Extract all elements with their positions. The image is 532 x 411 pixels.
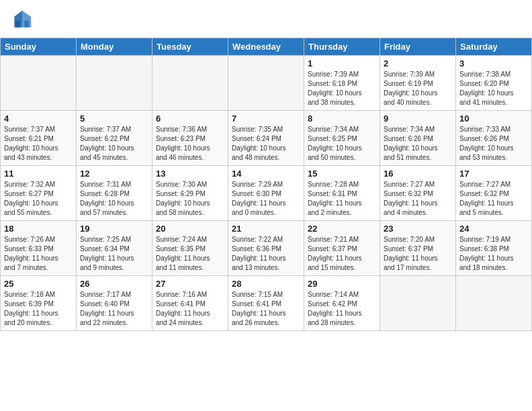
weekday-friday: Friday (380, 38, 456, 56)
day-number: 17 (459, 169, 528, 179)
day-cell: 22Sunrise: 7:21 AM Sunset: 6:37 PM Dayli… (304, 221, 380, 276)
day-info: Sunrise: 7:24 AM Sunset: 6:35 PM Dayligh… (156, 235, 224, 273)
week-row-3: 11Sunrise: 7:32 AM Sunset: 6:27 PM Dayli… (1, 166, 532, 221)
day-cell: 29Sunrise: 7:14 AM Sunset: 6:42 PM Dayli… (304, 276, 380, 331)
day-number: 7 (232, 113, 300, 124)
day-info: Sunrise: 7:35 AM Sunset: 6:24 PM Dayligh… (232, 125, 300, 163)
day-cell (228, 56, 304, 111)
day-info: Sunrise: 7:28 AM Sunset: 6:31 PM Dayligh… (308, 180, 376, 218)
weekday-wednesday: Wednesday (228, 38, 304, 56)
day-info: Sunrise: 7:33 AM Sunset: 6:26 PM Dayligh… (459, 125, 528, 163)
day-number: 18 (4, 224, 73, 234)
day-cell: 6Sunrise: 7:36 AM Sunset: 6:23 PM Daylig… (152, 111, 228, 166)
day-info: Sunrise: 7:15 AM Sunset: 6:41 PM Dayligh… (232, 290, 300, 328)
day-cell: 5Sunrise: 7:37 AM Sunset: 6:22 PM Daylig… (77, 111, 152, 166)
day-cell: 24Sunrise: 7:19 AM Sunset: 6:38 PM Dayli… (456, 221, 532, 276)
calendar: SundayMondayTuesdayWednesdayThursdayFrid… (0, 38, 532, 331)
day-number: 28 (232, 279, 300, 289)
day-info: Sunrise: 7:39 AM Sunset: 6:19 PM Dayligh… (384, 70, 452, 107)
day-number: 19 (80, 224, 148, 234)
day-info: Sunrise: 7:27 AM Sunset: 6:32 PM Dayligh… (384, 180, 452, 218)
day-cell: 10Sunrise: 7:33 AM Sunset: 6:26 PM Dayli… (456, 111, 532, 166)
day-number: 29 (308, 279, 376, 289)
day-info: Sunrise: 7:25 AM Sunset: 6:34 PM Dayligh… (80, 235, 148, 273)
day-cell: 11Sunrise: 7:32 AM Sunset: 6:27 PM Dayli… (1, 166, 77, 221)
day-info: Sunrise: 7:14 AM Sunset: 6:42 PM Dayligh… (308, 290, 376, 328)
day-cell: 19Sunrise: 7:25 AM Sunset: 6:34 PM Dayli… (77, 221, 152, 276)
day-number: 27 (156, 279, 224, 289)
day-cell: 17Sunrise: 7:27 AM Sunset: 6:32 PM Dayli… (456, 166, 532, 221)
svg-rect-4 (15, 21, 20, 28)
day-cell: 28Sunrise: 7:15 AM Sunset: 6:41 PM Dayli… (228, 276, 304, 331)
header (0, 0, 532, 35)
weekday-sunday: Sunday (1, 38, 77, 56)
day-cell: 1Sunrise: 7:39 AM Sunset: 6:18 PM Daylig… (304, 56, 380, 111)
day-number: 13 (156, 169, 224, 179)
day-cell (152, 56, 228, 111)
weekday-monday: Monday (77, 38, 152, 56)
day-number: 6 (156, 113, 224, 124)
day-cell: 16Sunrise: 7:27 AM Sunset: 6:32 PM Dayli… (380, 166, 456, 221)
day-number: 9 (384, 113, 452, 124)
day-number: 11 (4, 169, 73, 179)
day-cell: 23Sunrise: 7:20 AM Sunset: 6:37 PM Dayli… (380, 221, 456, 276)
day-cell: 27Sunrise: 7:16 AM Sunset: 6:41 PM Dayli… (152, 276, 228, 331)
day-cell: 12Sunrise: 7:31 AM Sunset: 6:28 PM Dayli… (77, 166, 152, 221)
day-cell: 21Sunrise: 7:22 AM Sunset: 6:36 PM Dayli… (228, 221, 304, 276)
logo (12, 9, 35, 30)
day-cell (456, 276, 532, 331)
day-number: 8 (308, 113, 376, 124)
day-number: 4 (4, 113, 73, 124)
day-number: 23 (384, 224, 452, 234)
day-info: Sunrise: 7:36 AM Sunset: 6:23 PM Dayligh… (156, 125, 224, 163)
day-info: Sunrise: 7:30 AM Sunset: 6:29 PM Dayligh… (156, 180, 224, 218)
day-info: Sunrise: 7:32 AM Sunset: 6:27 PM Dayligh… (4, 180, 73, 218)
day-info: Sunrise: 7:18 AM Sunset: 6:39 PM Dayligh… (4, 290, 73, 328)
day-info: Sunrise: 7:34 AM Sunset: 6:26 PM Dayligh… (384, 125, 452, 163)
day-info: Sunrise: 7:39 AM Sunset: 6:18 PM Dayligh… (308, 70, 376, 107)
day-number: 12 (80, 169, 148, 179)
logo-icon (12, 9, 32, 30)
day-info: Sunrise: 7:31 AM Sunset: 6:28 PM Dayligh… (80, 180, 148, 218)
day-number: 15 (308, 169, 376, 179)
day-number: 10 (459, 113, 528, 124)
day-number: 21 (232, 224, 300, 234)
day-number: 1 (308, 58, 376, 68)
day-cell (77, 56, 152, 111)
day-cell: 7Sunrise: 7:35 AM Sunset: 6:24 PM Daylig… (228, 111, 304, 166)
day-cell: 15Sunrise: 7:28 AM Sunset: 6:31 PM Dayli… (304, 166, 380, 221)
day-cell: 26Sunrise: 7:17 AM Sunset: 6:40 PM Dayli… (77, 276, 152, 331)
day-number: 3 (459, 58, 528, 68)
day-cell (380, 276, 456, 331)
weekday-thursday: Thursday (304, 38, 380, 56)
day-info: Sunrise: 7:21 AM Sunset: 6:37 PM Dayligh… (308, 235, 376, 273)
day-cell: 25Sunrise: 7:18 AM Sunset: 6:39 PM Dayli… (1, 276, 77, 331)
day-info: Sunrise: 7:22 AM Sunset: 6:36 PM Dayligh… (232, 235, 300, 273)
day-info: Sunrise: 7:37 AM Sunset: 6:22 PM Dayligh… (80, 125, 148, 163)
day-cell: 4Sunrise: 7:37 AM Sunset: 6:21 PM Daylig… (1, 111, 77, 166)
day-info: Sunrise: 7:17 AM Sunset: 6:40 PM Dayligh… (80, 290, 148, 328)
weekday-saturday: Saturday (456, 38, 532, 56)
day-info: Sunrise: 7:38 AM Sunset: 6:20 PM Dayligh… (459, 70, 528, 107)
day-cell: 18Sunrise: 7:26 AM Sunset: 6:33 PM Dayli… (1, 221, 77, 276)
weekday-tuesday: Tuesday (152, 38, 228, 56)
day-number: 2 (384, 58, 452, 68)
day-cell (1, 56, 77, 111)
day-cell: 14Sunrise: 7:29 AM Sunset: 6:30 PM Dayli… (228, 166, 304, 221)
day-info: Sunrise: 7:20 AM Sunset: 6:37 PM Dayligh… (384, 235, 452, 273)
day-info: Sunrise: 7:27 AM Sunset: 6:32 PM Dayligh… (459, 180, 528, 218)
day-number: 20 (156, 224, 224, 234)
day-number: 26 (80, 279, 148, 289)
day-number: 16 (384, 169, 452, 179)
week-row-4: 18Sunrise: 7:26 AM Sunset: 6:33 PM Dayli… (1, 221, 532, 276)
day-number: 5 (80, 113, 148, 124)
day-info: Sunrise: 7:37 AM Sunset: 6:21 PM Dayligh… (4, 125, 73, 163)
day-number: 14 (232, 169, 300, 179)
day-info: Sunrise: 7:16 AM Sunset: 6:41 PM Dayligh… (156, 290, 224, 328)
day-cell: 9Sunrise: 7:34 AM Sunset: 6:26 PM Daylig… (380, 111, 456, 166)
day-cell: 2Sunrise: 7:39 AM Sunset: 6:19 PM Daylig… (380, 56, 456, 111)
week-row-1: 1Sunrise: 7:39 AM Sunset: 6:18 PM Daylig… (1, 56, 532, 111)
day-info: Sunrise: 7:34 AM Sunset: 6:25 PM Dayligh… (308, 125, 376, 163)
week-row-2: 4Sunrise: 7:37 AM Sunset: 6:21 PM Daylig… (1, 111, 532, 166)
day-number: 22 (308, 224, 376, 234)
